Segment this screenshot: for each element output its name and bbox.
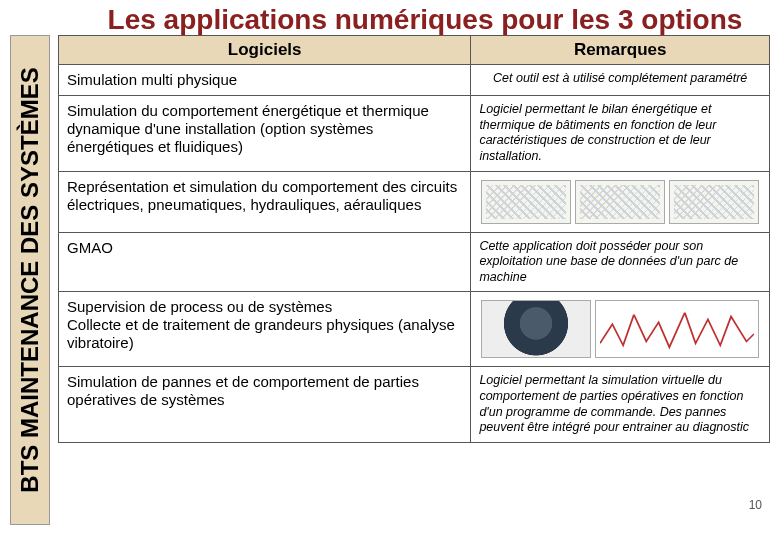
page-number: 10	[749, 498, 762, 512]
chart-thumbnail-icon	[595, 300, 759, 358]
software-cell: Représentation et simulation du comporte…	[59, 171, 471, 232]
remark-cell: Logiciel permettant le bilan énergétique…	[471, 96, 770, 172]
table-row: Supervision de process ou de systèmes Co…	[59, 292, 770, 367]
remark-cell	[471, 292, 770, 367]
remark-cell: Cet outil est à utilisé complétement par…	[471, 65, 770, 96]
table-row: GMAO Cette application doit posséder pou…	[59, 232, 770, 292]
page-title: Les applications numériques pour les 3 o…	[0, 0, 780, 38]
table-row: Simulation du comportement énergétique e…	[59, 96, 770, 172]
table-row: Simulation de pannes et de comportement …	[59, 367, 770, 443]
software-cell: Simulation multi physique	[59, 65, 471, 96]
header-remarks: Remarques	[471, 36, 770, 65]
device-thumbnail-icon	[481, 300, 590, 358]
software-cell: Simulation du comportement énergétique e…	[59, 96, 471, 172]
sidebar-band: BTS MAINTENANCE DES SYSTÈMES	[10, 35, 50, 525]
remark-cell	[471, 171, 770, 232]
software-cell: Supervision de process ou de systèmes Co…	[59, 292, 471, 367]
circuit-thumbnail-icon	[575, 180, 665, 224]
remark-cell: Cette application doit posséder pour son…	[471, 232, 770, 292]
main-content: Logiciels Remarques Simulation multi phy…	[58, 35, 770, 530]
header-software: Logiciels	[59, 36, 471, 65]
circuit-thumbnail-icon	[669, 180, 759, 224]
remark-cell: Logiciel permettant la simulation virtue…	[471, 367, 770, 443]
software-cell: GMAO	[59, 232, 471, 292]
thumbnails	[479, 178, 761, 226]
circuit-thumbnail-icon	[481, 180, 571, 224]
software-cell: Simulation de pannes et de comportement …	[59, 367, 471, 443]
thumbnails	[479, 298, 761, 360]
applications-table: Logiciels Remarques Simulation multi phy…	[58, 35, 770, 443]
table-row: Simulation multi physique Cet outil est …	[59, 65, 770, 96]
sidebar-label: BTS MAINTENANCE DES SYSTÈMES	[16, 67, 44, 492]
table-row: Représentation et simulation du comporte…	[59, 171, 770, 232]
